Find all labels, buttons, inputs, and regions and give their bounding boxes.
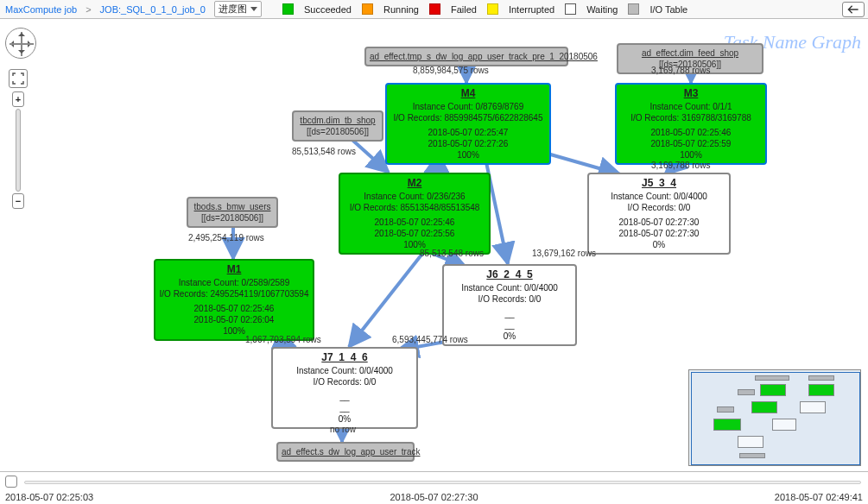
task-node-m2[interactable]: M2 Instance Count: 0/236/236 I/O Records… [339,173,491,255]
timeline-start-label: 2018-05-07 02:25:03 [5,492,93,502]
view-dropdown-label: 进度图 [219,3,247,16]
swatch-waiting [565,3,576,15]
edge-label: 3,169,788 rows [651,66,710,75]
edge-label: 13,679,162 rows [532,249,596,258]
swatch-failed [429,3,440,15]
swatch-running [362,3,373,15]
legend: Succeeded Running Failed Interrupted Wai… [282,3,687,15]
io-table-dim-tb-shop[interactable]: tbcdm.dim_tb_shop [[ds=20180506]] [292,110,383,142]
edge-label: 85,513,548 rows [292,147,356,156]
edge-label: 85,513,548 rows [420,249,484,258]
swatch-io [628,3,639,15]
edge-label: 8,859,984,575 rows [413,66,489,75]
edge-label: 3,169,788 rows [651,161,710,170]
edge-label: 6,593,445,774 rows [392,335,468,344]
timeline-slider[interactable]: 2018-05-07 02:25:03 2018-05-07 02:27:30 … [0,471,868,504]
breadcrumb-root[interactable]: MaxCompute job [5,4,77,15]
swatch-succeeded [282,3,294,15]
io-table-output[interactable]: ad_effect.s_dw_log_app_user_track [276,442,415,462]
breadcrumb-job: JOB:_SQL_0_1_0_job_0 [100,4,206,15]
timeline-mid-label: 2018-05-07 02:27:30 [390,492,478,502]
minimap[interactable] [688,369,861,466]
task-node-m1[interactable]: M1 Instance Count: 0/2589/2589 I/O Recor… [154,259,314,341]
task-node-m4[interactable]: M4 Instance Count: 0/8769/8769 I/O Recor… [385,83,551,165]
timeline-track[interactable] [24,481,861,484]
back-button[interactable] [842,2,865,17]
edge-label: 1,067,703,594 rows [245,335,321,344]
breadcrumb-sep: > [86,4,91,15]
task-node-j5[interactable]: J5_3_4 Instance Count: 0/0/4000 I/O Reco… [587,173,731,255]
io-table-ad-effect-tmp[interactable]: ad_effect.tmp_s_dw_log_app_user_track_pr… [364,47,568,66]
timeline-thumb[interactable] [5,476,17,488]
view-dropdown[interactable]: 进度图 [214,1,262,17]
edge-label: no row [330,425,356,434]
edge-label: 2,495,254,119 rows [188,233,264,243]
task-node-j6[interactable]: J6_2_4_5 Instance Count: 0/0/4000 I/O Re… [442,264,577,346]
task-node-j7[interactable]: J7_1_4_6 Instance Count: 0/0/4000 I/O Re… [271,347,418,429]
task-node-m3[interactable]: M3 Instance Count: 0/1/1 I/O Records: 31… [615,83,767,165]
swatch-interrupted [487,3,498,15]
chevron-down-icon [250,7,257,11]
timeline-end-label: 2018-05-07 02:49:41 [775,492,863,502]
io-table-s-bmw-users[interactable]: tbods.s_bmw_users [[ds=20180506]] [187,197,278,228]
